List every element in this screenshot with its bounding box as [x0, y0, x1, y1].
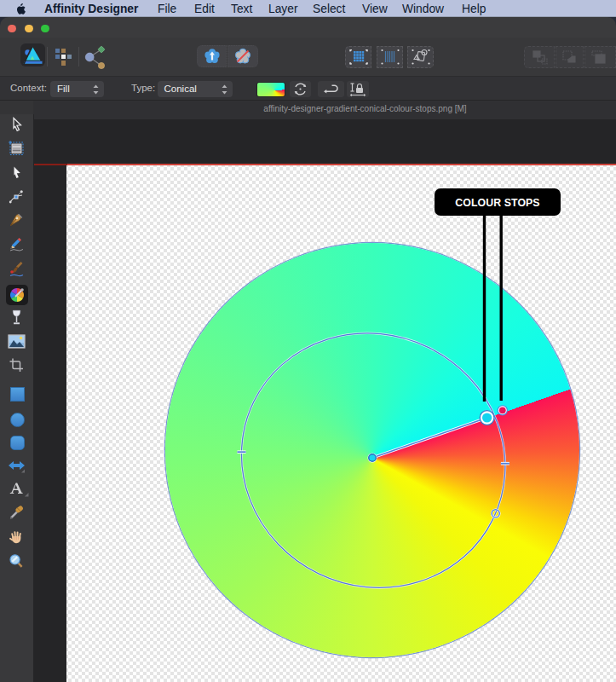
- svg-text:COLOUR STOPS: COLOUR STOPS: [455, 197, 539, 209]
